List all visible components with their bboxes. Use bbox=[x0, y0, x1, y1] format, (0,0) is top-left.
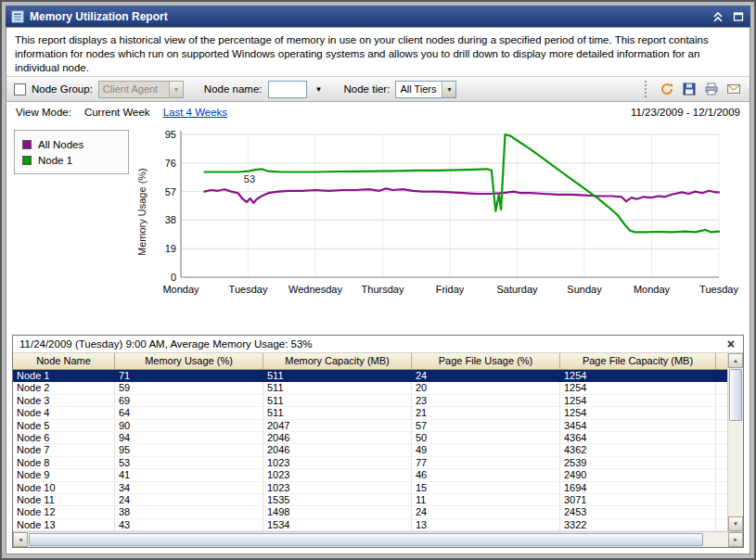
node-name-label: Node name: bbox=[204, 83, 263, 95]
node-tier-select[interactable]: All Tiers ▼ bbox=[395, 81, 456, 98]
table-row[interactable]: Node 8531023772539 bbox=[13, 457, 727, 469]
y-axis-label: Memory Usage (%) bbox=[135, 138, 148, 286]
svg-text:95: 95 bbox=[165, 129, 176, 140]
vertical-scroll-thumb[interactable] bbox=[729, 369, 742, 421]
table-cell: 57 bbox=[412, 420, 560, 432]
table-cell: Node 5 bbox=[13, 420, 115, 432]
table-cell: 1023 bbox=[263, 457, 412, 469]
column-header[interactable]: Page File Usage (%) bbox=[412, 353, 560, 369]
table-cell: 23 bbox=[412, 395, 560, 407]
table-cell: 21 bbox=[412, 407, 560, 419]
node-group-value: Client Agent bbox=[99, 82, 169, 97]
table-cell-filler bbox=[716, 469, 727, 481]
table-cell: Node 7 bbox=[13, 444, 115, 456]
table-row[interactable]: Node 6942046504364 bbox=[13, 432, 727, 444]
table-cell: 49 bbox=[412, 444, 560, 456]
table-cell: 53 bbox=[115, 457, 263, 469]
horizontal-scrollbar[interactable]: ◄ ► bbox=[13, 531, 743, 547]
restore-window-icon[interactable] bbox=[732, 10, 745, 23]
table-cell: Node 3 bbox=[13, 395, 115, 407]
column-header[interactable]: Memory Usage (%) bbox=[115, 353, 263, 369]
table-cell: 1254 bbox=[560, 407, 716, 419]
table-cell-filler bbox=[716, 420, 727, 432]
node-group-checkbox[interactable] bbox=[14, 83, 26, 95]
chevron-down-icon: ▼ bbox=[442, 82, 455, 97]
horizontal-scroll-thumb[interactable] bbox=[29, 533, 703, 546]
svg-text:19: 19 bbox=[165, 243, 176, 254]
table-row[interactable]: Node 13431534133322 bbox=[13, 519, 727, 531]
table-cell: 2453 bbox=[560, 506, 716, 518]
table-row[interactable]: Node 10341023151694 bbox=[13, 482, 727, 494]
column-header[interactable]: Memory Capacity (MB) bbox=[263, 353, 412, 369]
close-icon[interactable]: × bbox=[725, 337, 737, 350]
node-group-label: Node Group: bbox=[32, 83, 93, 95]
table-row[interactable]: Node 464511211254 bbox=[13, 407, 727, 419]
table-cell: 2046 bbox=[263, 444, 412, 456]
node-name-input[interactable] bbox=[268, 81, 307, 98]
table-cell: 77 bbox=[412, 457, 560, 469]
table-cell: Node 13 bbox=[13, 519, 115, 531]
print-icon[interactable] bbox=[703, 81, 720, 97]
svg-text:Tuesday: Tuesday bbox=[699, 284, 738, 295]
column-header[interactable]: Node Name bbox=[13, 353, 115, 369]
table-cell-filler bbox=[716, 382, 727, 394]
save-icon[interactable] bbox=[681, 81, 698, 97]
table-cell: Node 1 bbox=[13, 370, 115, 382]
toolbar-grip bbox=[645, 81, 650, 97]
table-cell: Node 2 bbox=[13, 382, 115, 394]
table-cell: 24 bbox=[412, 506, 560, 518]
report-content: This report displays a historical view o… bbox=[6, 27, 750, 554]
table-cell: 511 bbox=[263, 395, 412, 407]
table-row[interactable]: Node 7952046494362 bbox=[13, 444, 727, 456]
scroll-up-icon[interactable]: ▲ bbox=[728, 353, 743, 368]
node-tier-value: All Tiers bbox=[396, 82, 442, 97]
table-cell: 24 bbox=[412, 370, 560, 382]
table-cell-filler bbox=[716, 506, 727, 518]
node-group-select[interactable]: Client Agent ▼ bbox=[98, 81, 184, 98]
table-cell: 3071 bbox=[560, 494, 716, 506]
table-cell: Node 12 bbox=[13, 506, 115, 518]
table-cell: 3454 bbox=[560, 420, 716, 432]
vertical-scrollbar[interactable]: ▲ ▼ bbox=[727, 353, 743, 531]
scroll-left-icon[interactable]: ◄ bbox=[13, 532, 28, 547]
table-cell: 13 bbox=[412, 519, 560, 531]
scroll-down-icon[interactable]: ▼ bbox=[728, 516, 743, 531]
table-cell-filler bbox=[716, 370, 727, 382]
table-cell: Node 4 bbox=[13, 407, 115, 419]
chevron-down-icon: ▼ bbox=[169, 82, 183, 97]
table-cell-filler bbox=[716, 444, 727, 456]
email-icon[interactable] bbox=[725, 81, 742, 97]
table-cell: 94 bbox=[115, 432, 263, 444]
table-cell: 1254 bbox=[560, 370, 716, 382]
collapse-panel-icon[interactable] bbox=[711, 10, 724, 23]
table-cell: 3322 bbox=[560, 519, 716, 531]
refresh-icon[interactable] bbox=[659, 81, 675, 97]
filter-toolbar: Node Group: Client Agent ▼ Node name: ▼ … bbox=[6, 76, 750, 102]
view-mode-current-week[interactable]: Current Week bbox=[84, 107, 150, 118]
table-cell-filler bbox=[716, 395, 727, 407]
node-table: Node NameMemory Usage (%)Memory Capacity… bbox=[13, 353, 727, 531]
table-cell-filler bbox=[716, 494, 727, 506]
table-cell: 1694 bbox=[560, 482, 716, 494]
column-header[interactable]: Page File Capacity (MB) bbox=[560, 353, 716, 369]
table-body: Node 171511241254Node 259511201254Node 3… bbox=[13, 370, 727, 531]
memory-usage-chart[interactable]: MondayTuesdayWednesdayThursdayFridaySatu… bbox=[147, 125, 747, 311]
table-row[interactable]: Node 369511231254 bbox=[13, 395, 727, 407]
svg-text:57: 57 bbox=[165, 186, 176, 197]
table-cell: 511 bbox=[263, 407, 412, 419]
table-cell: 34 bbox=[115, 482, 263, 494]
table-row[interactable]: Node 171511241254 bbox=[13, 370, 727, 382]
table-row[interactable]: Node 5902047573454 bbox=[13, 420, 727, 432]
node-name-dropdown-icon[interactable]: ▼ bbox=[313, 81, 326, 98]
report-description: This report displays a historical view o… bbox=[6, 28, 750, 76]
legend-swatch-icon bbox=[22, 156, 32, 165]
scroll-right-icon[interactable]: ► bbox=[728, 532, 743, 547]
table-row[interactable]: Node 12381498242453 bbox=[13, 506, 727, 518]
table-row[interactable]: Node 259511201254 bbox=[13, 382, 727, 394]
table-row[interactable]: Node 9411023462490 bbox=[13, 469, 727, 481]
node-tier-label: Node tier: bbox=[344, 83, 391, 95]
table-row[interactable]: Node 11241535113071 bbox=[13, 494, 727, 506]
svg-text:Sunday: Sunday bbox=[567, 284, 602, 295]
svg-text:Wednesday: Wednesday bbox=[288, 284, 342, 295]
view-mode-last-4-weeks-link[interactable]: Last 4 Weeks bbox=[163, 107, 227, 118]
